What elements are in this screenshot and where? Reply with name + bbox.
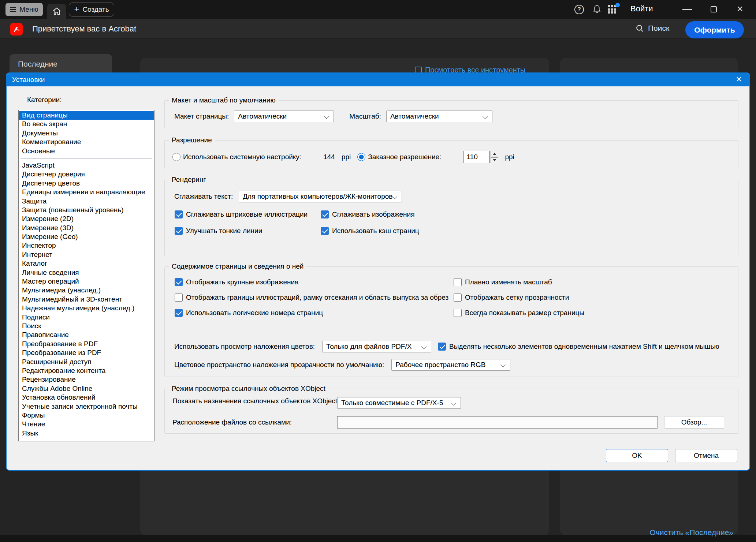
zoom-label: Масштаб: bbox=[349, 112, 381, 120]
category-item[interactable]: Каталог bbox=[19, 259, 154, 268]
smooth-text-value: Для портативных компьютеров/ЖК-мониторов bbox=[243, 192, 392, 201]
create-button-label: Создать bbox=[82, 5, 109, 14]
category-item[interactable]: Интернет bbox=[19, 250, 154, 259]
category-item[interactable]: Инспектор bbox=[19, 241, 154, 250]
category-item[interactable]: Преобразование из PDF bbox=[19, 348, 154, 357]
xobject-location-label: Расположение файлов со ссылками: bbox=[172, 418, 292, 426]
overprint-select[interactable]: Только для файлов PDF/X bbox=[322, 341, 431, 352]
help-glyph: ? bbox=[577, 6, 581, 13]
up-arrow-icon bbox=[493, 153, 496, 155]
zoom-select[interactable]: Автоматически bbox=[386, 111, 492, 122]
category-item[interactable]: Диспетчер цветов bbox=[19, 179, 154, 188]
smooth-line-art-checkbox[interactable] bbox=[175, 210, 183, 218]
logical-page-numbers-checkbox[interactable] bbox=[175, 309, 183, 317]
page-layout-select[interactable]: Автоматически bbox=[234, 111, 334, 122]
custom-resolution-radio[interactable] bbox=[357, 153, 365, 161]
category-item[interactable]: Вид страницы bbox=[19, 111, 154, 120]
category-item[interactable]: Защита bbox=[19, 197, 154, 206]
window-bottom-edge bbox=[0, 535, 756, 542]
search-control[interactable]: Поиск bbox=[636, 24, 669, 33]
upgrade-button[interactable]: Оформить bbox=[685, 21, 744, 38]
category-item[interactable]: Правописание bbox=[19, 330, 154, 339]
tab-home[interactable] bbox=[47, 4, 66, 19]
blending-label: Цветовое пространство наложения прозрачн… bbox=[174, 361, 384, 369]
close-window-button[interactable]: ✕ bbox=[737, 4, 743, 14]
category-item[interactable]: Измерение (3D) bbox=[19, 224, 154, 232]
app-header: Приветствуем вас в Acrobat Поиск Оформит… bbox=[0, 19, 756, 39]
category-item[interactable]: Единицы измерения и направляющие bbox=[19, 188, 154, 197]
category-item[interactable]: Личные сведения bbox=[19, 268, 154, 277]
group-rendering-legend: Рендеринг bbox=[169, 176, 209, 184]
large-images-checkbox[interactable] bbox=[175, 278, 183, 286]
spinner-down-button[interactable] bbox=[491, 157, 498, 164]
dialog-titlebar[interactable]: Установки ✕ bbox=[7, 73, 749, 86]
group-layout-zoom: Макет и масштаб по умолчанию Макет стран… bbox=[164, 100, 738, 128]
smooth-line-art-label: Сглаживать штриховые иллюстрации bbox=[186, 210, 308, 218]
create-button[interactable]: + Создать bbox=[69, 3, 114, 16]
use-page-cache-checkbox[interactable] bbox=[321, 227, 329, 235]
categories-label: Категории: bbox=[27, 96, 62, 104]
xobject-location-input[interactable] bbox=[337, 416, 658, 429]
category-item[interactable]: Преобразование в PDF bbox=[19, 340, 154, 348]
category-item[interactable]: Язык bbox=[19, 429, 154, 438]
category-item[interactable]: Мультимедиа (унаслед.) bbox=[19, 286, 154, 295]
transparency-grid-checkbox[interactable] bbox=[454, 294, 462, 302]
dialog-close-icon[interactable]: ✕ bbox=[735, 75, 742, 84]
xobject-show-label: Показать назначения ссылочных объектов X… bbox=[172, 397, 339, 405]
category-item[interactable]: Подписи bbox=[19, 313, 154, 322]
category-item[interactable]: Измерение (2D) bbox=[19, 214, 154, 223]
use-page-cache-label: Использовать кэш страниц bbox=[332, 227, 419, 235]
category-item[interactable]: Рецензирование bbox=[19, 375, 154, 384]
category-item[interactable]: Во весь экран bbox=[19, 120, 154, 128]
category-item[interactable]: Службы Adobe Online bbox=[19, 384, 154, 393]
ok-button[interactable]: OK bbox=[606, 449, 668, 462]
category-item[interactable]: Чтение bbox=[19, 420, 154, 429]
category-item[interactable]: Редактирование контента bbox=[19, 366, 154, 375]
cancel-button[interactable]: Отмена bbox=[675, 449, 737, 462]
help-icon[interactable]: ? bbox=[574, 5, 584, 14]
menu-button[interactable]: Меню bbox=[5, 3, 43, 16]
group-resolution: Разрешение Использовать системную настро… bbox=[164, 140, 738, 169]
shift-select-checkbox[interactable] bbox=[438, 343, 446, 351]
category-item[interactable]: Мультимедийный и 3D-контент bbox=[19, 295, 154, 304]
category-item[interactable]: Диспетчер доверия bbox=[19, 170, 154, 179]
custom-resolution-value[interactable]: 110 bbox=[463, 151, 490, 163]
zoom-value: Автоматически bbox=[390, 112, 439, 120]
category-item[interactable]: JavaScript bbox=[19, 161, 154, 170]
notifications-bell-icon[interactable] bbox=[592, 4, 602, 14]
category-item[interactable]: Расширенный доступ bbox=[19, 358, 154, 366]
smooth-images-checkbox[interactable] bbox=[321, 210, 329, 218]
category-item[interactable]: Измерение (Geo) bbox=[19, 232, 154, 241]
smooth-text-select[interactable]: Для портативных компьютеров/ЖК-мониторов bbox=[239, 191, 402, 202]
smooth-images-label: Сглаживать изображения bbox=[332, 210, 415, 218]
blending-select[interactable]: Рабочее пространство RGB bbox=[391, 359, 510, 371]
enhance-thin-lines-checkbox[interactable] bbox=[175, 227, 183, 235]
category-item[interactable]: Комментирование bbox=[19, 138, 154, 146]
art-trim-bleed-checkbox[interactable] bbox=[175, 294, 183, 302]
category-item[interactable]: Надежная мультимедиа (унаслед.) bbox=[19, 304, 154, 313]
category-item[interactable]: Защита (повышенный уровень) bbox=[19, 206, 154, 214]
categories-listbox[interactable]: Вид страницыВо весь экранДокументыКоммен… bbox=[18, 110, 154, 441]
system-resolution-radio[interactable] bbox=[172, 153, 180, 161]
browse-button[interactable]: Обзор... bbox=[664, 416, 724, 429]
xobject-show-select[interactable]: Только совместимые с PDF/X-5 bbox=[337, 397, 461, 409]
custom-resolution-spinner[interactable]: 110 bbox=[463, 151, 498, 163]
minimize-button[interactable] bbox=[682, 9, 692, 10]
clear-recent-link[interactable]: Очистить «Последние» bbox=[649, 528, 733, 537]
category-item[interactable]: Документы bbox=[19, 129, 154, 138]
category-item[interactable]: Учетные записи электронной почты bbox=[19, 402, 154, 411]
category-item[interactable]: Формы bbox=[19, 411, 154, 420]
categories-divider bbox=[21, 158, 152, 158]
category-item[interactable]: Основные bbox=[19, 147, 154, 156]
sign-in-button[interactable]: Войти bbox=[630, 4, 653, 14]
spinner-up-button[interactable] bbox=[491, 151, 498, 157]
custom-resolution-unit: ppi bbox=[505, 153, 514, 161]
dialog-title: Установки bbox=[12, 76, 45, 84]
category-item[interactable]: Поиск bbox=[19, 322, 154, 330]
always-page-size-checkbox[interactable] bbox=[454, 309, 462, 317]
category-item[interactable]: Мастер операций bbox=[19, 277, 154, 286]
maximize-button[interactable] bbox=[711, 6, 717, 12]
category-item[interactable]: Установка обновлений bbox=[19, 393, 154, 402]
enhance-thin-lines-label: Улучшать тонкие линии bbox=[186, 227, 262, 235]
smooth-zoom-checkbox[interactable] bbox=[454, 278, 462, 286]
